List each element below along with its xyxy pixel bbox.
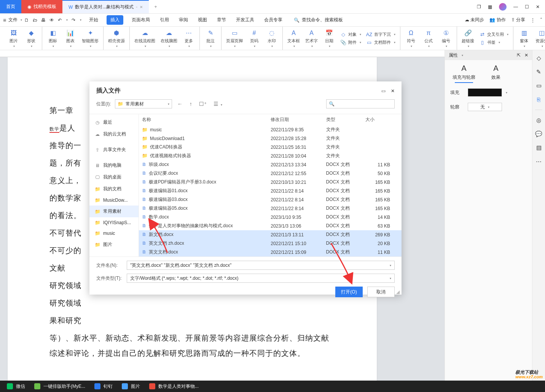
ribbon-button[interactable]: 📊图表▾ bbox=[63, 28, 78, 49]
filetype-input[interactable]: 文字/Word格式 (*.wps; *.wpt; *.doc; *.dot; *… bbox=[127, 274, 395, 283]
taskbar-item[interactable]: 一键排版助手(MyE... bbox=[30, 381, 90, 392]
taskbar-item[interactable]: 微信 bbox=[2, 381, 30, 392]
resize-handle-icon[interactable]: ◢ bbox=[396, 289, 401, 294]
ribbon-tab[interactable]: 开始 bbox=[88, 15, 100, 25]
ribbon-button[interactable]: 📎附件▾ bbox=[339, 39, 363, 46]
ribbon-tab[interactable]: 章节 bbox=[215, 15, 228, 25]
ribbon-button[interactable]: ⋯更多▾ bbox=[181, 28, 196, 49]
sidebar-item[interactable]: 📁music bbox=[89, 228, 139, 239]
ribbon-tab[interactable]: 审阅 bbox=[177, 15, 190, 25]
share-label[interactable]: ⇪ 分享 bbox=[511, 17, 525, 23]
window-maximize[interactable]: ☐ bbox=[525, 4, 529, 10]
qat-preview-icon[interactable]: 👁 bbox=[49, 18, 54, 23]
ribbon-button[interactable]: ◫资源夹▾ bbox=[534, 28, 545, 49]
nav-up-icon[interactable]: ↑ bbox=[188, 101, 194, 107]
ribbon-button[interactable]: ☁在线脑图▾ bbox=[159, 28, 179, 49]
prop-tab-effect[interactable]: A 效果 bbox=[487, 64, 505, 83]
hamburger-icon[interactable]: ≡ bbox=[3, 17, 6, 23]
ribbon-button[interactable]: A文本框▾ bbox=[286, 28, 301, 49]
ribbon-button[interactable]: ▯书签▾ bbox=[478, 39, 510, 46]
layout-icon[interactable]: ❐ bbox=[477, 4, 481, 10]
column-header[interactable]: 名称 bbox=[139, 114, 268, 125]
nav-back-icon[interactable]: ← bbox=[176, 101, 184, 107]
file-row[interactable]: 🗎英文文档 zh.docx2022/12/21 15:10DOCX 文档20 K… bbox=[139, 239, 402, 248]
panel-close-icon[interactable]: ✕ bbox=[524, 53, 528, 58]
panel-pin-icon[interactable]: ⇱ bbox=[517, 53, 521, 58]
sidebar-item[interactable]: 🖵我的桌面 bbox=[89, 171, 139, 183]
taskbar-item[interactable]: 数学是人类对事物... bbox=[145, 381, 203, 392]
ribbon-button[interactable]: ◇对象▾ bbox=[339, 31, 363, 38]
collapse-ribbon-icon[interactable]: ˆ bbox=[540, 18, 542, 23]
tab-template[interactable]: ◉ 找稻壳模板 bbox=[21, 0, 62, 13]
sidebar-item[interactable]: ◷最近 bbox=[89, 116, 139, 128]
ribbon-button[interactable]: #页码▾ bbox=[247, 28, 262, 49]
qat-print-icon[interactable]: 🖶 bbox=[41, 18, 46, 23]
file-row[interactable]: 📁MusicDownload12022/12/28 15:28文件夹 bbox=[139, 134, 402, 143]
coop-label[interactable]: 👥 协作 bbox=[489, 17, 505, 23]
taskbar-item[interactable]: 图片 bbox=[117, 381, 145, 392]
window-minimize[interactable]: — bbox=[513, 4, 518, 10]
sidebar-item[interactable]: 📁IQIYISnapS... bbox=[89, 217, 139, 228]
ribbon-button[interactable]: ◧图标▾ bbox=[45, 28, 61, 49]
ribbon-button[interactable]: ⇄交叉引用▾ bbox=[478, 31, 510, 38]
ribbon-tab[interactable]: 插入 bbox=[107, 15, 123, 25]
cancel-button[interactable]: 取消 bbox=[367, 287, 395, 297]
folder-dropdown[interactable]: 📁 常用素材 ▾ bbox=[115, 99, 172, 108]
column-header[interactable]: 大小 bbox=[362, 114, 402, 125]
file-row[interactable]: 🗎会议纪要.docx2022/12/12 12:55DOCX 文档50 KB bbox=[139, 169, 402, 178]
file-row[interactable]: 🗎数学是人类对事物的抽象结构与模式.docx2023/1/3 13:06DOCX… bbox=[139, 221, 402, 230]
ribbon-tab[interactable]: 会员专享 bbox=[263, 15, 284, 25]
sidebar-item[interactable]: 📁常用素材 bbox=[89, 206, 139, 217]
fill-color-swatch[interactable] bbox=[468, 88, 502, 97]
qat-redo-icon[interactable]: ↷ bbox=[72, 18, 75, 23]
ribbon-button[interactable]: π公式▾ bbox=[421, 28, 436, 49]
ribbon-button[interactable]: ✦智能图形▾ bbox=[80, 28, 100, 49]
column-header[interactable]: 类型 bbox=[323, 114, 363, 125]
dialog-search-input[interactable]: 🔍 bbox=[326, 99, 395, 108]
file-row[interactable]: 🗎极速编辑器03.docx2022/11/22 8:14DOCX 文档165 K… bbox=[139, 195, 402, 204]
ribbon-button[interactable]: 🔗超链接▾ bbox=[460, 28, 476, 49]
file-row[interactable]: 🗎新文档.docx2022/11/3 13:11DOCX 文档269 KB bbox=[139, 230, 402, 239]
file-row[interactable]: 🗎极速编辑器05.docx2022/11/22 8:14DOCX 文档165 K… bbox=[139, 204, 402, 213]
ribbon-button[interactable]: ✎批注▾ bbox=[203, 28, 218, 49]
tab-home[interactable]: 首页 bbox=[0, 0, 21, 13]
ribbon-button[interactable]: ☁在线流程图▾ bbox=[133, 28, 157, 49]
sidetool-nav-icon[interactable]: ▤ bbox=[535, 144, 542, 151]
ribbon-tab[interactable]: 页面布局 bbox=[130, 15, 151, 25]
prop-tab-fill[interactable]: A 填充与轮廓 bbox=[453, 64, 475, 83]
sidebar-item[interactable]: 📁我的文档 bbox=[89, 183, 139, 195]
sidetool-clip-icon[interactable]: ◎ bbox=[535, 117, 542, 124]
sidebar-item[interactable]: 🖥我的电脑 bbox=[89, 159, 139, 171]
ribbon-button[interactable]: ▭文档部件▾ bbox=[365, 39, 397, 46]
window-close[interactable]: ✕ bbox=[536, 4, 540, 10]
more-icon[interactable]: ⋮ bbox=[531, 18, 535, 23]
ruler[interactable] bbox=[0, 50, 445, 57]
ribbon-button[interactable]: ▭页眉页脚▾ bbox=[225, 28, 244, 49]
qat-open-icon[interactable]: 🗁 bbox=[33, 18, 37, 23]
file-row[interactable]: 🗎极速PDF编辑器用户手册3.0.docx2022/10/13 10:21DOC… bbox=[139, 178, 402, 186]
ribbon-button[interactable]: ①编号▾ bbox=[438, 28, 454, 49]
file-row[interactable]: 🗎数学.docx2023/1/10 9:35DOCX 文档14 KB bbox=[139, 213, 402, 221]
tab-doc-close-icon[interactable]: ✕ bbox=[140, 5, 143, 9]
ribbon-button[interactable]: 🖼图片▾ bbox=[6, 28, 21, 49]
dialog-close-icon[interactable]: ✕ bbox=[391, 88, 395, 94]
tab-doc-menu-icon[interactable]: ▫ bbox=[136, 5, 137, 9]
unsync-label[interactable]: ☁ 未同步 bbox=[465, 17, 484, 23]
ribbon-button[interactable]: ▥窗体▾ bbox=[516, 28, 532, 49]
file-row[interactable]: 📁优速CAD转换器2022/11/25 16:31文件夹 bbox=[139, 143, 402, 151]
search-input[interactable]: 查找命令、搜索模板 bbox=[302, 17, 343, 23]
new-tab-button[interactable]: + bbox=[149, 0, 163, 13]
sidetool-settings-icon[interactable]: ⎘ bbox=[535, 96, 542, 103]
ribbon-button[interactable]: ◌水印▾ bbox=[264, 28, 279, 49]
filename-input[interactable]: "英文文档.docx" "新文档.docx" "英文文档 zh.docx"▾ bbox=[127, 261, 395, 270]
dialog-minimize-icon[interactable]: ▭ bbox=[381, 88, 386, 94]
sidebar-item[interactable]: ☁我的云文档 bbox=[89, 128, 139, 140]
sidetool-select-icon[interactable]: ▭ bbox=[535, 82, 542, 89]
ribbon-tab[interactable]: 开发工具 bbox=[234, 15, 256, 25]
grid-icon[interactable]: ▦ bbox=[488, 4, 492, 10]
ribbon-tab[interactable]: 视图 bbox=[196, 15, 209, 25]
ribbon-button[interactable]: Ω符号▾ bbox=[403, 28, 419, 49]
file-row[interactable]: 🗎英文文档.docx2022/12/21 15:09DOCX 文档11 KB bbox=[139, 248, 402, 257]
sidetool-comment-icon[interactable]: 💬 bbox=[535, 131, 542, 137]
column-header[interactable]: 修改日期 bbox=[268, 114, 323, 125]
